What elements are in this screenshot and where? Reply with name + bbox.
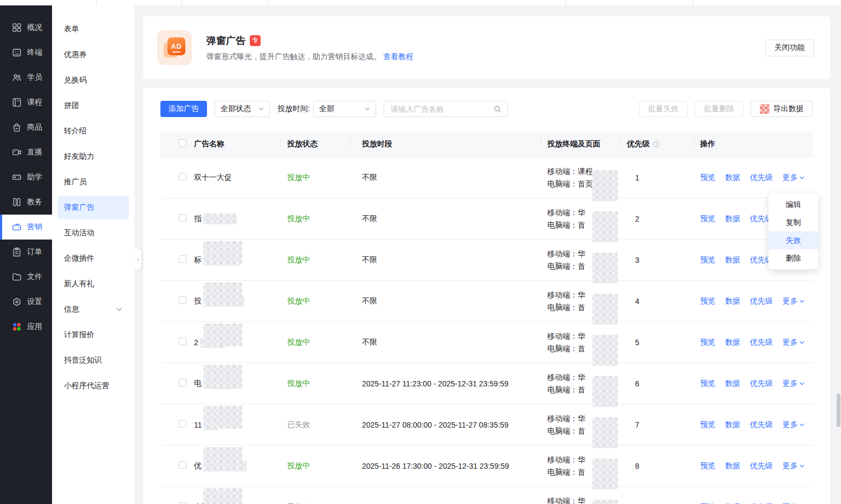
submenu-item-message[interactable]: 信息 xyxy=(57,298,129,321)
export-data-button[interactable]: 导出数据 xyxy=(751,101,813,117)
clipboard-icon xyxy=(11,247,22,257)
submenu-item-label: 推广员 xyxy=(64,177,87,187)
priority-link[interactable]: 优先级 xyxy=(750,173,773,183)
data-link[interactable]: 数据 xyxy=(725,502,740,504)
more-link[interactable]: 更多 xyxy=(782,296,805,306)
close-feature-button[interactable]: 关闭功能 xyxy=(765,40,814,56)
preview-link[interactable]: 预览 xyxy=(700,338,715,347)
row-checkbox[interactable] xyxy=(179,502,186,504)
more-link[interactable]: 更多 xyxy=(782,338,805,347)
sidebar-item-orders[interactable]: 订单 xyxy=(0,240,52,264)
preview-link[interactable]: 预览 xyxy=(700,461,715,471)
sidebar-item-label: 助学 xyxy=(27,172,42,182)
sidebar-item-study-aid[interactable]: 助学 xyxy=(0,165,52,190)
more-link[interactable]: 更多 xyxy=(782,379,805,389)
info-icon[interactable] xyxy=(652,140,660,148)
submenu-item-popup-ad[interactable]: 弹窗广告 xyxy=(57,196,129,219)
row-checkbox[interactable] xyxy=(179,338,186,345)
export-icon xyxy=(760,104,769,114)
preview-link[interactable]: 预览 xyxy=(700,255,715,265)
row-checkbox[interactable] xyxy=(179,173,186,180)
priority-link[interactable]: 优先级 xyxy=(750,296,773,306)
feature-description: 弹窗形式曝光，提升广告触达，助力营销目标达成。查看教程 xyxy=(206,52,413,62)
submenu-item-interactive-activity[interactable]: 互动活动 xyxy=(57,221,129,245)
sidebar-item-overview[interactable]: 概况 xyxy=(0,15,52,40)
tab-separator xyxy=(96,0,97,5)
sidebar-item-goods[interactable]: 商品 xyxy=(0,115,52,140)
sidebar-item-settings[interactable]: 设置 xyxy=(0,289,52,314)
batch-invalidate-button[interactable]: 批量失效 xyxy=(639,101,688,117)
submenu-item-miniprogram-operation[interactable]: 小程序代运营 xyxy=(57,374,129,398)
row-checkbox[interactable] xyxy=(179,214,186,222)
sidebar-item-courses[interactable]: 课程 xyxy=(0,90,52,115)
dropdown-item-copy[interactable]: 复制 xyxy=(768,214,818,231)
row-checkbox[interactable] xyxy=(179,461,186,469)
preview-link[interactable]: 预览 xyxy=(700,379,715,389)
submenu-item-promoter[interactable]: 推广员 xyxy=(57,170,129,194)
more-link[interactable]: 更多 xyxy=(782,173,805,183)
data-link[interactable]: 数据 xyxy=(725,296,740,306)
preview-link[interactable]: 预览 xyxy=(700,214,715,224)
more-link[interactable]: 更多 xyxy=(782,420,805,430)
data-link[interactable]: 数据 xyxy=(725,420,740,430)
camera-icon xyxy=(11,147,22,158)
more-link[interactable]: 更多 xyxy=(782,502,805,504)
submenu-item-referral[interactable]: 转介绍 xyxy=(57,119,129,143)
dropdown-item-invalidate[interactable]: 失效 xyxy=(768,231,818,249)
data-link[interactable]: 数据 xyxy=(725,338,740,347)
dropdown-item-edit[interactable]: 编辑 xyxy=(768,196,818,214)
row-checkbox[interactable] xyxy=(179,296,186,304)
priority-link[interactable]: 优先级 xyxy=(750,379,773,389)
col-terminal-page: 投放终端及页面 xyxy=(541,138,620,150)
sidebar-item-apps[interactable]: 应用 xyxy=(0,314,52,339)
search-icon[interactable] xyxy=(493,105,502,113)
submenu-item-form[interactable]: 表单 xyxy=(57,17,129,41)
select-all-checkbox[interactable] xyxy=(179,139,186,147)
preview-link[interactable]: 预览 xyxy=(700,420,715,430)
priority-link[interactable]: 优先级 xyxy=(750,338,773,347)
data-link[interactable]: 数据 xyxy=(725,461,740,471)
scrollbar-thumb[interactable] xyxy=(837,393,840,427)
submenu-item-redeem-code[interactable]: 兑换码 xyxy=(57,68,129,92)
sidebar-item-students[interactable]: 学员 xyxy=(0,65,52,90)
redacted-page-block xyxy=(592,211,618,242)
sidebar-item-terminal[interactable]: 终端 xyxy=(0,40,52,65)
add-ad-button[interactable]: 添加广告 xyxy=(160,101,207,117)
tutorial-link[interactable]: 查看教程 xyxy=(383,52,413,61)
schedule-text: 不限 xyxy=(350,255,541,265)
priority-link[interactable]: 优先级 xyxy=(750,461,773,471)
preview-link[interactable]: 预览 xyxy=(700,502,715,504)
time-filter-select[interactable]: 全部 xyxy=(313,101,376,117)
submenu-item-quote-calculator[interactable]: 计算报价 xyxy=(57,323,129,347)
priority-link[interactable]: 优先级 xyxy=(750,502,773,504)
submenu-item-douyin-knowledge[interactable]: 抖音泛知识 xyxy=(57,348,129,372)
submenu-item-group-buy[interactable]: 拼团 xyxy=(57,94,129,118)
preview-link[interactable]: 预览 xyxy=(700,296,715,306)
priority-link[interactable]: 优先级 xyxy=(750,420,773,430)
row-checkbox[interactable] xyxy=(179,255,186,263)
table-header: 广告名称 投放状态 投放时段 投放终端及页面 优先级 操作 xyxy=(160,131,813,157)
submenu-item-friend-boost[interactable]: 好友助力 xyxy=(57,145,129,169)
preview-link[interactable]: 预览 xyxy=(700,173,715,183)
sidebar-item-academic[interactable]: 教务 xyxy=(0,190,52,215)
submenu-item-newcomer-gift[interactable]: 新人有礼 xyxy=(57,272,129,296)
submenu-item-wecom-plugin[interactable]: 企微插件 xyxy=(57,247,129,270)
more-link[interactable]: 更多 xyxy=(782,461,805,471)
search-input[interactable] xyxy=(390,104,493,114)
data-link[interactable]: 数据 xyxy=(725,173,740,183)
status-filter-select[interactable]: 全部状态 xyxy=(215,101,270,117)
data-link[interactable]: 数据 xyxy=(725,255,740,265)
sidebar-item-live[interactable]: 直播 xyxy=(0,140,52,165)
batch-delete-button[interactable]: 批量删除 xyxy=(695,101,743,117)
dropdown-item-delete[interactable]: 删除 xyxy=(768,249,818,267)
data-link[interactable]: 数据 xyxy=(725,379,740,389)
sidebar-collapse-handle[interactable]: ‹ xyxy=(134,248,141,270)
sidebar-item-marketing[interactable]: 营销 xyxy=(0,215,52,240)
row-checkbox[interactable] xyxy=(179,379,186,386)
col-period: 投放时段 xyxy=(350,139,541,149)
row-checkbox[interactable] xyxy=(179,420,186,428)
sidebar-item-files[interactable]: 文件 xyxy=(0,264,52,289)
data-link[interactable]: 数据 xyxy=(725,214,740,224)
tab-separator xyxy=(693,0,693,5)
submenu-item-coupon[interactable]: 优惠券 xyxy=(57,43,129,67)
